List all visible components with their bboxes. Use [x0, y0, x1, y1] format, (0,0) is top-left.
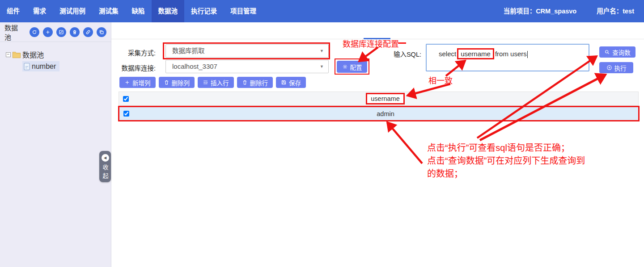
execute-button[interactable]: 执行 — [599, 62, 633, 73]
sql-input[interactable]: selectusernamefrom users — [426, 44, 589, 71]
insert-row-label: 插入行 — [211, 78, 229, 87]
header-checkbox-cell — [119, 96, 132, 102]
header-checkbox[interactable] — [123, 96, 129, 102]
nav-item-testsets[interactable]: 测试集 — [92, 0, 125, 22]
db-connection-value: localhost_3307 — [172, 63, 217, 70]
sidebar-header: 数据池 — [0, 22, 111, 42]
nav-item-components[interactable]: 组件 — [0, 0, 26, 22]
play-icon — [606, 65, 612, 71]
edit-icon[interactable] — [56, 27, 66, 37]
delete-row-button[interactable]: 删除行 — [237, 77, 273, 88]
tree-root-label: 数据池 — [22, 49, 44, 60]
username-header-annotation-box: username — [366, 93, 404, 104]
nav-item-execution-records[interactable]: 执行记录 — [184, 0, 224, 22]
delete-column-label: 删除列 — [172, 78, 190, 87]
chevron-down-icon: ▼ — [320, 45, 324, 57]
sql-input-label: 输入SQL: — [386, 49, 421, 58]
trash-icon — [242, 79, 248, 85]
sidebar-collapse-handle[interactable]: ◀ 收起 — [99, 151, 111, 182]
delete-icon[interactable] — [70, 27, 80, 37]
delete-row-label: 删除行 — [250, 78, 268, 87]
username-label: 用户名：test — [597, 0, 634, 22]
add-column-button[interactable]: 新增列 — [119, 77, 156, 88]
row-checkbox[interactable] — [123, 111, 129, 117]
collect-method-select[interactable]: 数据库抓取 ▼ — [165, 44, 329, 58]
nav-item-project-management[interactable]: 项目管理 — [224, 0, 263, 22]
annotation-dash — [398, 42, 406, 44]
copy-icon[interactable] — [97, 27, 106, 37]
datapool-tree: − 数据池 number — [0, 42, 111, 72]
link-icon[interactable] — [83, 27, 93, 37]
datapool-sidebar: 数据池 − — [0, 22, 111, 267]
text-cursor — [527, 51, 528, 58]
tip-line-1: 点击“执行”可查看sql语句是否正确； — [427, 142, 585, 154]
nav-item-defects[interactable]: 缺陷 — [125, 0, 152, 22]
query-data-button[interactable]: 查询数 — [599, 46, 636, 58]
insert-row-icon — [203, 79, 208, 85]
grid-toolbar: 新增列 删除列 插入行 删除行 保存 — [119, 77, 306, 88]
collapse-node-icon[interactable]: − — [6, 52, 11, 57]
insert-row-button[interactable]: 插入行 — [198, 77, 234, 88]
trash-icon — [164, 79, 169, 85]
add-icon[interactable] — [43, 27, 53, 37]
plus-icon — [124, 79, 130, 85]
row-checkbox-cell — [119, 111, 133, 117]
annotation-tip-text: 点击“执行”可查看sql语句是否正确； 点击“查询数据”可在对应列下生成查询到 … — [427, 142, 585, 180]
db-connection-select[interactable]: localhost_3307 ▼ — [165, 60, 329, 73]
collect-method-label: 采集方式: — [120, 48, 156, 57]
sidebar-title: 数据池 — [4, 23, 22, 42]
sql-username-annotation-box: username — [457, 48, 494, 59]
header-cell-username: username — [132, 93, 638, 104]
config-button[interactable]: 配置 — [337, 61, 367, 73]
sidebar-toolbar — [30, 27, 106, 37]
table-row[interactable]: admin — [118, 106, 640, 121]
collect-method-value: 数据库抓取 — [172, 47, 205, 54]
save-label: 保存 — [289, 78, 301, 87]
current-project-label: 当前项目：CRM_spasvo — [504, 0, 577, 22]
refresh-icon[interactable] — [30, 27, 39, 37]
search-icon — [604, 49, 610, 55]
annotation-match-note: 相一致 — [428, 74, 453, 86]
main-tabbar — [111, 22, 644, 39]
query-data-button-label: 查询数 — [612, 48, 631, 57]
table-header-row: username — [119, 92, 639, 106]
add-column-label: 新增列 — [132, 78, 151, 87]
gear-icon — [342, 64, 348, 70]
nav-item-datapool[interactable]: 数据池 — [152, 0, 185, 22]
tree-leaf-label: number — [32, 63, 56, 71]
tree-node-root[interactable]: − 数据池 — [0, 49, 111, 60]
folder-icon — [12, 51, 21, 58]
config-button-label: 配置 — [350, 63, 362, 71]
save-icon — [281, 79, 287, 85]
top-navbar: 组件 需求 测试用例 测试集 缺陷 数据池 执行记录 项目管理 当前项目：CRM… — [0, 0, 644, 22]
delete-column-button[interactable]: 删除列 — [159, 77, 195, 88]
tip-line-2: 点击“查询数据”可在对应列下生成查询到 — [427, 154, 585, 167]
collapse-label: 收起 — [101, 164, 110, 181]
nav-item-testcases[interactable]: 测试用例 — [53, 0, 92, 22]
file-icon — [23, 63, 30, 71]
row-cell-username: admin — [133, 110, 638, 117]
nav-item-requirements[interactable]: 需求 — [26, 0, 53, 22]
sql-text-suffix: from users — [495, 50, 527, 58]
navbar-right: 当前项目：CRM_spasvo 用户名：test — [504, 0, 644, 22]
db-connection-label: 数据库连接: — [115, 63, 156, 72]
sql-text-prefix: select — [439, 50, 456, 58]
save-button[interactable]: 保存 — [276, 77, 306, 88]
tip-line-3: 的数据； — [427, 167, 585, 180]
chevron-down-icon: ▼ — [320, 60, 324, 73]
collapse-arrow-icon: ◀ — [102, 154, 109, 162]
tree-node-number[interactable]: number — [22, 61, 59, 71]
annotation-config-note: 数据库连接配置 — [343, 38, 399, 49]
execute-button-label: 执行 — [614, 63, 627, 72]
